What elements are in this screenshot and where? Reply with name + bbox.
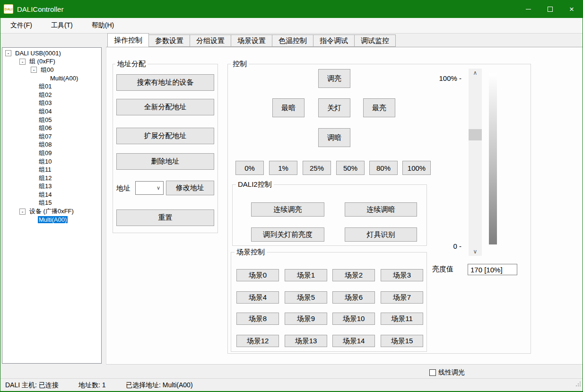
- modify-address-button[interactable]: 修改地址: [166, 181, 214, 195]
- scene-9-button[interactable]: 场景9: [285, 313, 327, 325]
- tree-item-group10[interactable]: 组10: [2, 157, 101, 166]
- scene-12-button[interactable]: 场景12: [236, 335, 279, 347]
- status-selected-address: 已选择地址: Multi(A00): [126, 381, 193, 390]
- tree-item-group00[interactable]: -组00: [2, 66, 101, 74]
- continuous-brighten-button[interactable]: 连续调亮: [251, 202, 324, 217]
- collapse-icon[interactable]: -: [19, 59, 26, 65]
- tree-item-group11[interactable]: 组11: [2, 166, 101, 174]
- close-icon: ×: [569, 5, 574, 13]
- brightness-scrollbar[interactable]: ∧ ∨: [469, 69, 482, 256]
- tree-item-group09[interactable]: 组09: [2, 149, 101, 157]
- brightness-gradient-bar: [489, 73, 497, 244]
- tree-item-dali-usb[interactable]: -DALI USB(0001): [2, 49, 101, 58]
- status-address-count: 地址数: 1: [78, 381, 106, 390]
- tab-parameter-settings[interactable]: 参数设置: [149, 35, 190, 47]
- scene-14-button[interactable]: 场景14: [332, 335, 375, 347]
- collapse-icon[interactable]: -: [5, 50, 11, 56]
- scene-control-group-title: 场景控制: [235, 248, 267, 256]
- scene-13-button[interactable]: 场景13: [285, 335, 327, 347]
- darkest-button[interactable]: 最暗: [272, 98, 305, 117]
- percent-1-button[interactable]: 1%: [269, 161, 297, 175]
- scene-0-button[interactable]: 场景0: [236, 269, 279, 281]
- tree-item-group-0xff[interactable]: -组 (0xFF): [2, 58, 101, 66]
- chevron-down-icon: ∨: [157, 185, 160, 191]
- luminaire-identify-button[interactable]: 灯具识别: [345, 227, 417, 242]
- app-icon: DALI: [4, 4, 13, 14]
- delete-address-button[interactable]: 删除地址: [116, 153, 214, 170]
- tree-item-group04[interactable]: 组04: [2, 107, 101, 116]
- percent-50-button[interactable]: 50%: [336, 161, 365, 175]
- address-combobox[interactable]: ∨: [135, 181, 164, 195]
- collapse-icon[interactable]: -: [19, 209, 26, 215]
- tab-color-temp-control[interactable]: 色温控制: [272, 35, 313, 47]
- close-button[interactable]: ×: [561, 0, 583, 18]
- dim-button[interactable]: 调暗: [318, 128, 350, 147]
- tree-item-group07[interactable]: 组07: [2, 132, 101, 141]
- linear-dimming-option[interactable]: 线性调光: [429, 368, 465, 377]
- brightness-value-field[interactable]: 170 [10%]: [468, 264, 517, 275]
- scene-5-button[interactable]: 场景5: [285, 291, 327, 304]
- tree-item-group13[interactable]: 组13: [2, 183, 101, 191]
- tree-item-group03[interactable]: 组03: [2, 99, 101, 108]
- tree-item-group02[interactable]: 组02: [2, 91, 101, 99]
- address-assignment-group-title: 地址分配: [115, 60, 148, 68]
- brighten-button[interactable]: 调亮: [318, 69, 350, 88]
- collapse-icon[interactable]: -: [31, 67, 37, 73]
- extend-assign-addresses-button[interactable]: 扩展分配地址: [116, 128, 214, 144]
- linear-dimming-label: 线性调光: [438, 368, 465, 377]
- reset-button[interactable]: 重置: [116, 209, 214, 226]
- brightest-button[interactable]: 最亮: [363, 98, 395, 117]
- slider-bottom-label: 0 -: [428, 242, 461, 250]
- tab-debug-monitor[interactable]: 调试监控: [355, 35, 396, 47]
- resize-grip[interactable]: [575, 381, 581, 387]
- scrollbar-up-icon[interactable]: ∧: [469, 69, 482, 77]
- scene-10-button[interactable]: 场景10: [332, 313, 375, 325]
- scene-6-button[interactable]: 场景6: [332, 291, 375, 304]
- tree-item-group08[interactable]: 组08: [2, 141, 101, 149]
- tree-item-multi-a00-selected[interactable]: Multi(A00): [2, 216, 101, 224]
- menu-file[interactable]: 文件(F): [8, 19, 35, 32]
- goto-last-level-button[interactable]: 调到关灯前亮度: [251, 227, 324, 242]
- search-addressed-devices-button[interactable]: 搜索有地址的设备: [116, 74, 214, 91]
- percent-25-button[interactable]: 25%: [303, 161, 331, 175]
- assign-new-addresses-button[interactable]: 全新分配地址: [116, 99, 214, 115]
- window-title: DALIController: [17, 5, 63, 13]
- scene-8-button[interactable]: 场景8: [236, 313, 279, 325]
- tab-command-debug[interactable]: 指令调试: [313, 35, 355, 47]
- scene-2-button[interactable]: 场景2: [332, 269, 375, 281]
- tree-item-group05[interactable]: 组05: [2, 116, 101, 124]
- percent-0-button[interactable]: 0%: [235, 161, 264, 175]
- scrollbar-down-icon[interactable]: ∨: [469, 247, 482, 256]
- app-window: DALI DALIController × 文件(F) 工具(T) 帮助(H) …: [0, 0, 583, 392]
- tree-item-group12[interactable]: 组12: [2, 174, 101, 183]
- tab-operation-control[interactable]: 操作控制: [107, 33, 149, 47]
- scene-7-button[interactable]: 场景7: [381, 291, 423, 304]
- tree-item-group15[interactable]: 组15: [2, 199, 101, 208]
- scene-4-button[interactable]: 场景4: [236, 291, 279, 304]
- minimize-button[interactable]: [517, 0, 539, 18]
- maximize-button[interactable]: [539, 0, 561, 18]
- percent-80-button[interactable]: 80%: [369, 161, 398, 175]
- status-host-connection: DALI 主机: 已连接: [5, 381, 59, 390]
- tree-item-multi-a00-group[interactable]: Multi(A00): [2, 74, 101, 83]
- tree-item-group06[interactable]: 组06: [2, 124, 101, 132]
- scene-3-button[interactable]: 场景3: [381, 269, 423, 281]
- tab-scene-settings[interactable]: 场景设置: [231, 35, 272, 47]
- tree-item-devices-broadcast[interactable]: -设备 (广播0xFF): [2, 207, 101, 216]
- brightness-value-label: 亮度值: [432, 265, 453, 274]
- menu-tools[interactable]: 工具(T): [48, 19, 76, 32]
- continuous-dim-button[interactable]: 连续调暗: [345, 202, 417, 217]
- tab-strip: 操作控制 参数设置 分组设置 场景设置 色温控制 指令调试 调试监控: [107, 34, 396, 47]
- title-bar: DALI DALIController ×: [0, 0, 583, 18]
- linear-dimming-checkbox[interactable]: [429, 369, 436, 376]
- light-off-button[interactable]: 关灯: [318, 98, 350, 117]
- tab-grouping-settings[interactable]: 分组设置: [190, 35, 231, 47]
- scene-1-button[interactable]: 场景1: [285, 269, 327, 281]
- tree-item-group14[interactable]: 组14: [2, 191, 101, 199]
- scene-11-button[interactable]: 场景11: [381, 313, 423, 325]
- menu-help[interactable]: 帮助(H): [89, 19, 117, 32]
- scrollbar-thumb[interactable]: [469, 129, 482, 140]
- percent-100-button[interactable]: 100%: [402, 161, 431, 175]
- tree-item-group01[interactable]: 组01: [2, 82, 101, 91]
- scene-15-button[interactable]: 场景15: [381, 335, 423, 347]
